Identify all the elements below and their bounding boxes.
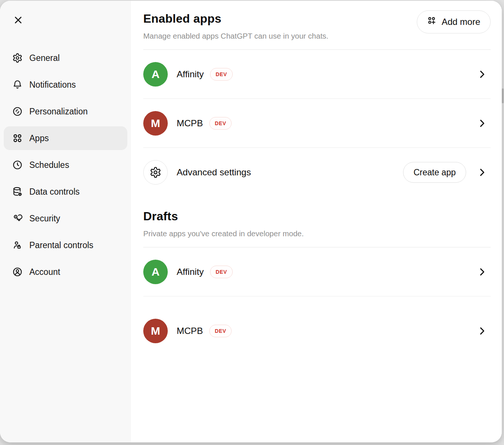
- avatar: M: [143, 111, 168, 136]
- add-more-button[interactable]: Add more: [417, 10, 491, 33]
- sidebar-item-label: Account: [29, 267, 60, 277]
- app-row-mcpb[interactable]: M MCPB DEV: [143, 99, 491, 148]
- apps-grid-icon: [12, 133, 23, 143]
- sidebar-item-label: Security: [29, 214, 60, 224]
- sidebar-item-label: Personalization: [29, 107, 88, 117]
- dev-badge: DEV: [209, 117, 232, 130]
- draft-row-mcpb[interactable]: M MCPB DEV: [143, 296, 491, 356]
- sidebar-item-label: General: [29, 53, 60, 63]
- create-app-button[interactable]: Create app: [403, 162, 466, 183]
- settings-dialog: General Notifications Personalization Ap…: [0, 1, 502, 442]
- sidebar-item-label: Apps: [29, 133, 49, 143]
- person-lock-icon: [12, 240, 23, 250]
- app-name: MCPB: [177, 326, 203, 336]
- page-title: Enabled apps: [143, 12, 328, 26]
- sidebar-item-notifications[interactable]: Notifications: [4, 73, 127, 97]
- chevron-right-icon[interactable]: [477, 325, 488, 337]
- database-gear-icon: [12, 186, 23, 197]
- sidebar-item-label: Notifications: [29, 80, 76, 90]
- bell-icon: [12, 79, 23, 90]
- chevron-right-icon[interactable]: [477, 118, 488, 129]
- app-name: Affinity: [177, 267, 204, 277]
- avatar: A: [143, 62, 168, 87]
- dev-badge: DEV: [210, 68, 233, 81]
- sidebar-item-schedules[interactable]: Schedules: [4, 153, 127, 177]
- draft-row-affinity[interactable]: A Affinity DEV: [143, 247, 491, 296]
- apps-settings-panel: Enabled apps Manage enabled apps ChatGPT…: [131, 1, 502, 442]
- sidebar-nav: General Notifications Personalization Ap…: [4, 46, 127, 284]
- sidebar-item-label: Parental controls: [29, 240, 94, 250]
- app-name: MCPB: [177, 118, 203, 129]
- dev-badge: DEV: [210, 266, 233, 278]
- sidebar-item-personalization[interactable]: Personalization: [4, 100, 127, 123]
- sidebar-item-security[interactable]: Security: [4, 207, 127, 230]
- sidebar-item-label: Schedules: [29, 160, 69, 170]
- avatar: A: [143, 260, 168, 284]
- sidebar-item-apps[interactable]: Apps: [4, 126, 127, 150]
- person-circle-icon: [12, 267, 23, 277]
- sidebar-item-label: Data controls: [29, 187, 80, 197]
- close-button[interactable]: [10, 12, 26, 29]
- page-subtitle: Manage enabled apps ChatGPT can use in y…: [143, 32, 328, 40]
- gear-icon: [12, 53, 23, 63]
- app-row-affinity[interactable]: A Affinity DEV: [143, 50, 491, 99]
- chevron-right-icon[interactable]: [477, 266, 488, 277]
- sidebar-item-data-controls[interactable]: Data controls: [4, 180, 127, 204]
- drafts-title: Drafts: [143, 209, 491, 223]
- avatar: M: [143, 319, 168, 343]
- sidebar-item-account[interactable]: Account: [4, 260, 127, 284]
- gear-icon: [143, 160, 168, 185]
- drafts-subtitle: Private apps you've created in developer…: [143, 229, 491, 238]
- apps-add-icon: [427, 16, 437, 28]
- advanced-settings-row[interactable]: Advanced settings Create app: [143, 148, 491, 197]
- clock-icon: [12, 160, 23, 170]
- chevron-right-icon[interactable]: [477, 69, 488, 80]
- keys-icon: [12, 213, 23, 224]
- sidebar-item-parental-controls[interactable]: Parental controls: [4, 233, 127, 257]
- settings-sidebar: General Notifications Personalization Ap…: [0, 1, 131, 442]
- chevron-right-icon[interactable]: [477, 167, 488, 178]
- app-name: Affinity: [177, 69, 204, 79]
- advanced-settings-label: Advanced settings: [177, 167, 251, 178]
- personalization-icon: [12, 106, 23, 117]
- page-scrollbar[interactable]: [502, 88, 504, 103]
- close-icon: [13, 14, 24, 27]
- sidebar-item-general[interactable]: General: [4, 46, 127, 70]
- dev-badge: DEV: [209, 325, 232, 337]
